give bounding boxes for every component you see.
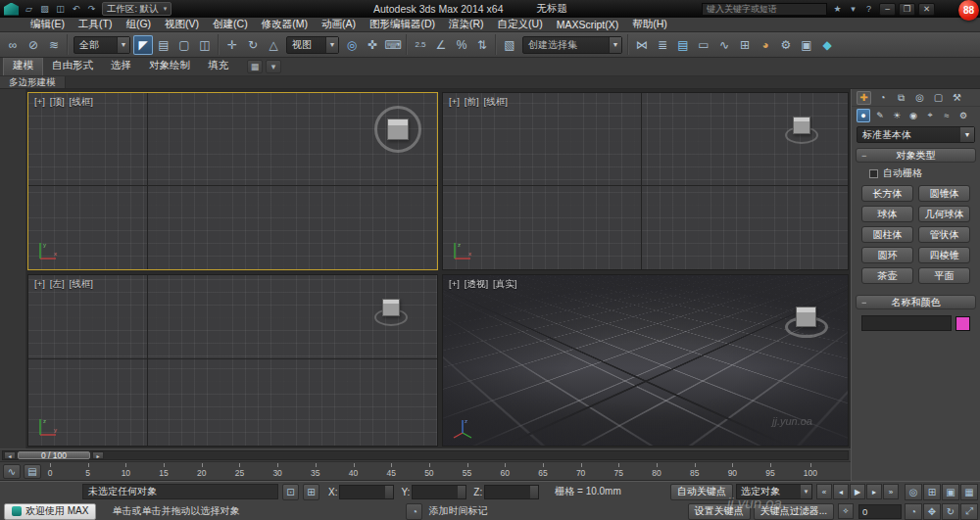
next-frame-icon[interactable]: ▸ bbox=[866, 484, 882, 499]
ribbon-tab[interactable]: 建模 bbox=[3, 56, 43, 75]
viewcube[interactable] bbox=[374, 295, 408, 328]
graphite-ribbon-icon[interactable]: ▭ bbox=[694, 35, 713, 55]
selected-objects-dropdown[interactable]: 选定对象 ▼ bbox=[736, 484, 812, 499]
object-type-button[interactable]: 几何球体 bbox=[918, 206, 970, 222]
object-type-button[interactable]: 圆环 bbox=[861, 247, 913, 263]
favorites-icon[interactable]: ▾ bbox=[847, 3, 859, 16]
viewcube[interactable] bbox=[785, 113, 818, 146]
render-setup-icon[interactable]: ⚙ bbox=[776, 35, 796, 55]
key-filters-button[interactable]: 关键点过滤器... bbox=[754, 503, 834, 520]
y-coordinate-input[interactable] bbox=[412, 485, 466, 499]
viewport-general-menu[interactable]: [+] bbox=[449, 96, 460, 109]
object-type-button[interactable]: 圆锥体 bbox=[918, 185, 970, 202]
edit-named-selection-sets-icon[interactable]: ▧ bbox=[500, 35, 519, 55]
orbit-icon[interactable]: ↻ bbox=[942, 503, 959, 520]
mini-curve-editor-button[interactable]: ∿ bbox=[3, 464, 21, 479]
time-slider-track[interactable]: ◂ 0 / 100 ▸ bbox=[2, 450, 849, 460]
key-mode-toggle-icon[interactable]: ⟡ bbox=[838, 503, 854, 519]
set-key-button[interactable]: 设置关键点 bbox=[688, 503, 751, 520]
close-button[interactable]: ✕ bbox=[918, 3, 935, 16]
percent-snap-icon[interactable]: % bbox=[452, 35, 471, 55]
new-scene-icon[interactable]: ▱ bbox=[23, 3, 35, 16]
viewcube[interactable] bbox=[374, 106, 421, 153]
select-and-manipulate-icon[interactable]: ✜ bbox=[363, 35, 382, 55]
welcome-screen-button[interactable]: 欢迎使用 MAX bbox=[4, 503, 96, 520]
mirror-icon[interactable]: ⋈ bbox=[632, 35, 652, 55]
viewport-front[interactable]: [+] [前] [线框] x z bbox=[442, 92, 849, 270]
play-animation-icon[interactable]: ▶ bbox=[850, 484, 865, 499]
redo-icon[interactable]: ↷ bbox=[85, 3, 98, 16]
chevron-down-icon[interactable]: ▾ bbox=[266, 60, 281, 73]
bind-to-space-warp-icon[interactable]: ≋ bbox=[44, 35, 64, 55]
workspace-dropdown[interactable]: 工作区: 默认 ▾ bbox=[102, 2, 172, 16]
object-type-button[interactable]: 圆柱体 bbox=[861, 226, 913, 243]
menu-item[interactable]: 图形编辑器(D) bbox=[363, 18, 442, 31]
cameras-category-icon[interactable]: ◉ bbox=[906, 109, 920, 122]
viewport-pov-menu[interactable]: [透视] bbox=[465, 278, 488, 291]
communication-center-icon[interactable]: ★ bbox=[831, 3, 844, 16]
current-frame-input[interactable] bbox=[858, 504, 902, 519]
menu-item[interactable]: 工具(T) bbox=[72, 18, 119, 31]
viewport-shading-menu[interactable]: [线框] bbox=[70, 278, 93, 291]
object-type-button[interactable]: 平面 bbox=[918, 267, 970, 284]
layer-manager-icon[interactable]: ▤ bbox=[673, 35, 693, 55]
menu-item[interactable]: 修改器(M) bbox=[255, 18, 315, 31]
motion-panel-tab-icon[interactable]: ◎ bbox=[912, 91, 927, 105]
select-and-uniform-scale-icon[interactable]: △ bbox=[264, 35, 283, 55]
go-to-start-icon[interactable]: « bbox=[816, 484, 832, 499]
ribbon-tab[interactable]: 对象绘制 bbox=[140, 57, 199, 75]
previous-frame-arrow[interactable]: ◂ bbox=[4, 451, 16, 459]
previous-frame-icon[interactable]: ◂ bbox=[833, 484, 849, 499]
geometry-category-icon[interactable]: ● bbox=[857, 109, 870, 122]
app-logo-icon[interactable] bbox=[4, 3, 19, 16]
select-and-move-icon[interactable]: ✛ bbox=[222, 35, 242, 55]
viewport-pov-menu[interactable]: [左] bbox=[50, 278, 65, 291]
snaps-toggle-icon[interactable]: 2.5 bbox=[411, 35, 430, 55]
render-production-icon[interactable]: ◆ bbox=[817, 35, 837, 55]
zoom-extents-icon[interactable]: ▣ bbox=[942, 484, 959, 500]
zoom-all-icon[interactable]: ⊞ bbox=[923, 484, 941, 500]
object-type-button[interactable]: 茶壶 bbox=[861, 267, 913, 284]
autogrid-checkbox[interactable] bbox=[869, 169, 878, 178]
viewport-shading-menu[interactable]: [线框] bbox=[484, 96, 508, 109]
menu-item[interactable]: MAXScript(X) bbox=[550, 19, 626, 30]
help-icon[interactable]: ? bbox=[862, 3, 875, 16]
undo-icon[interactable]: ↶ bbox=[70, 3, 82, 16]
time-tag-icon[interactable]: ◔ bbox=[406, 503, 422, 520]
save-scene-icon[interactable]: ◫ bbox=[54, 3, 67, 16]
window-crossing-icon[interactable]: ◫ bbox=[195, 35, 215, 55]
helpers-category-icon[interactable]: ⌖ bbox=[923, 109, 937, 122]
viewport-general-menu[interactable]: [+] bbox=[34, 96, 45, 109]
hierarchy-panel-tab-icon[interactable]: ⧉ bbox=[894, 91, 908, 105]
viewport-pov-menu[interactable]: [前] bbox=[465, 96, 479, 109]
unlink-selection-icon[interactable]: ⊘ bbox=[24, 35, 43, 55]
viewport-general-menu[interactable]: [+] bbox=[449, 278, 460, 291]
time-slider-handle[interactable]: 0 / 100 bbox=[18, 451, 90, 459]
align-icon[interactable]: ≣ bbox=[653, 35, 672, 55]
viewport-shading-menu[interactable]: [真实] bbox=[493, 278, 516, 291]
systems-category-icon[interactable]: ⚙ bbox=[956, 109, 970, 122]
viewcube[interactable] bbox=[785, 301, 828, 342]
shapes-category-icon[interactable]: ✎ bbox=[873, 109, 887, 122]
viewport-pov-menu[interactable]: [顶] bbox=[50, 96, 65, 109]
reference-coordinate-dropdown[interactable]: 视图 ▼ bbox=[286, 36, 339, 54]
menu-item[interactable]: 组(G) bbox=[119, 18, 158, 31]
viewport-shading-menu[interactable]: [线框] bbox=[70, 96, 93, 109]
viewport-perspective[interactable]: [+] [透视] [真实] z bbox=[442, 274, 849, 447]
object-color-swatch[interactable] bbox=[956, 316, 970, 331]
menu-item[interactable]: 创建(C) bbox=[206, 18, 255, 31]
curve-editor-icon[interactable]: ∿ bbox=[714, 35, 734, 55]
add-time-tag-label[interactable]: 添加时间标记 bbox=[428, 504, 487, 518]
rectangular-selection-region-icon[interactable]: ▢ bbox=[174, 35, 194, 55]
ribbon-tab[interactable]: 自由形式 bbox=[43, 57, 102, 75]
viewport-general-menu[interactable]: [+] bbox=[34, 278, 45, 291]
object-name-input[interactable] bbox=[861, 315, 952, 331]
object-type-button[interactable]: 长方体 bbox=[861, 185, 913, 202]
select-object-icon[interactable]: ◤ bbox=[133, 35, 153, 55]
absolute-offset-toggle-icon[interactable]: ⊞ bbox=[303, 484, 319, 500]
zoom-icon[interactable]: ◎ bbox=[905, 484, 922, 500]
selection-filter-dropdown[interactable]: 全部 ▼ bbox=[74, 36, 130, 54]
selection-range-icon[interactable]: ▤ bbox=[24, 464, 41, 479]
restore-button[interactable]: ❐ bbox=[899, 3, 915, 16]
ribbon-display-icon[interactable]: ▦ bbox=[247, 60, 263, 73]
